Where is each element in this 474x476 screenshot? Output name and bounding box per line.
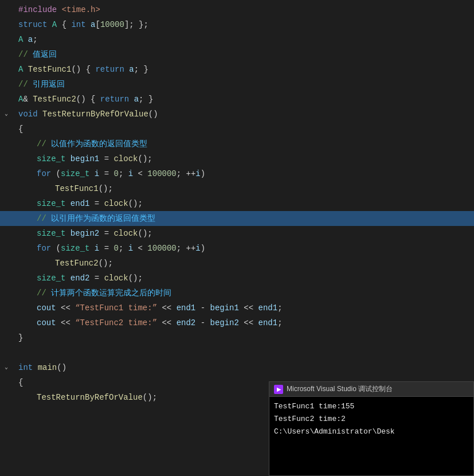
token-plain xyxy=(124,62,129,77)
code-line: // 引用返回 xyxy=(0,77,474,92)
token-var: begin1 xyxy=(70,151,99,166)
token-macro: #include xyxy=(18,2,57,17)
console-line: C:\Users\Administrator\Desk xyxy=(274,426,469,438)
line-gutter: ⌄ xyxy=(5,107,16,122)
token-plain xyxy=(65,151,70,166)
token-plain xyxy=(65,226,70,241)
token-kw: int xyxy=(71,17,85,32)
token-fn: TestReturnByRefOrValue xyxy=(42,107,148,122)
token-var: end2 xyxy=(177,315,196,330)
token-plain: = xyxy=(99,226,113,241)
token-plain: ; xyxy=(277,301,282,315)
token-num: 10000 xyxy=(100,17,124,32)
token-fn: TestReturnByRefOrValue xyxy=(37,390,143,405)
code-line: size_t begin1 = clock(); xyxy=(0,151,474,166)
token-fn: TestFunc2 xyxy=(55,256,99,271)
token-plain xyxy=(28,47,33,62)
token-var: i xyxy=(128,166,133,181)
token-var: a xyxy=(28,32,33,47)
token-kw: for xyxy=(37,241,51,256)
code-line: A TestFunc1() { return a; } xyxy=(0,62,474,77)
token-var: end1 xyxy=(258,301,278,315)
token-plain xyxy=(89,241,94,256)
code-line: { xyxy=(0,122,474,136)
token-var: begin2 xyxy=(70,226,99,241)
code-line: A& TestFunc2() { return a; } xyxy=(0,92,474,107)
token-struct-name: A xyxy=(18,62,23,77)
token-plain: (); xyxy=(138,151,152,166)
token-plain: (); xyxy=(138,226,152,241)
token-plain: & xyxy=(23,92,33,107)
token-plain: ; xyxy=(119,166,128,181)
token-var: i xyxy=(195,241,200,256)
token-plain: } xyxy=(18,330,23,345)
token-plain xyxy=(46,286,51,301)
token-plain: - xyxy=(195,301,210,315)
token-kw: struct xyxy=(18,17,47,32)
token-plain: () { xyxy=(76,92,100,107)
token-type: size_t xyxy=(37,226,65,241)
code-line: // 计算两个函数运算完成之后的时间 xyxy=(0,286,474,301)
code-line: // 以值作为函数的返回值类型 xyxy=(0,136,474,151)
code-line: ⌄void TestReturnByRefOrValue() xyxy=(0,107,474,122)
vs-icon: ▶ xyxy=(274,385,283,394)
token-num: 0 xyxy=(113,241,118,256)
token-plain: { xyxy=(57,17,71,32)
token-plain xyxy=(89,166,94,181)
token-plain: (); xyxy=(128,196,143,211)
token-plain: = xyxy=(89,271,104,286)
code-line: size_t end1 = clock(); xyxy=(0,196,474,211)
token-plain xyxy=(65,196,70,211)
token-fn: clock xyxy=(104,196,128,211)
code-line: struct A { int a[10000]; }; xyxy=(0,17,474,32)
code-line: A a; xyxy=(0,32,474,47)
token-plain xyxy=(28,77,33,92)
token-comment-cn: 值返回 xyxy=(33,47,57,62)
code-line: cout << “TestFunc2 time:” << end2 - begi… xyxy=(0,315,474,330)
code-lines: #include <time.h>struct A { int a[10000]… xyxy=(0,0,474,407)
token-plain: ) xyxy=(201,241,205,256)
token-plain: [ xyxy=(95,17,100,32)
token-struct-name: A xyxy=(18,32,23,47)
console-title: Microsoft Visual Studio 调试控制台 xyxy=(287,384,393,394)
token-plain: ) xyxy=(201,166,205,181)
token-kw: return xyxy=(95,62,124,77)
fold-arrow[interactable]: ⌄ xyxy=(5,360,8,375)
token-include-path: <time.h> xyxy=(62,2,100,17)
token-plain: () xyxy=(148,107,158,122)
token-plain: (); xyxy=(99,181,113,196)
token-type: size_t xyxy=(37,196,65,211)
code-line: TestFunc1(); xyxy=(0,181,474,196)
token-num: 100000 xyxy=(147,241,176,256)
token-var: end1 xyxy=(70,196,90,211)
token-plain xyxy=(129,92,134,107)
token-comment-cn: 以值作为函数的返回值类型 xyxy=(51,136,147,151)
line-gutter: ⌄ xyxy=(5,360,16,375)
token-plain xyxy=(46,211,51,226)
token-plain xyxy=(47,17,52,32)
token-kw: void xyxy=(18,107,38,122)
token-var: i xyxy=(195,166,200,181)
token-type: size_t xyxy=(61,241,89,256)
console-body: TestFunc1 time:155TestFunc2 time:2C:\Use… xyxy=(269,397,473,442)
token-var: a xyxy=(91,17,95,32)
token-fn: clock xyxy=(104,271,128,286)
code-line: // 以引用作为函数的返回值类型 xyxy=(0,211,474,226)
token-plain: { xyxy=(18,375,23,390)
token-comment-cn: 以引用作为函数的返回值类型 xyxy=(51,211,155,226)
token-plain: = xyxy=(89,196,104,211)
token-plain xyxy=(46,136,51,151)
token-struct-name: A xyxy=(18,92,23,107)
token-var: end2 xyxy=(70,271,90,286)
code-line: for (size_t i = 0; i < 100000; ++i) xyxy=(0,241,474,256)
token-plain xyxy=(57,2,61,17)
token-plain: ; xyxy=(33,32,37,47)
token-num: 0 xyxy=(113,166,118,181)
code-line: TestFunc2(); xyxy=(0,256,474,271)
token-plain: ; ++ xyxy=(177,166,196,181)
token-plain: << xyxy=(157,315,177,330)
token-plain: << xyxy=(239,301,258,315)
code-line: size_t begin2 = clock(); xyxy=(0,226,474,241)
fold-arrow[interactable]: ⌄ xyxy=(5,107,8,122)
token-plain: ; xyxy=(277,315,282,330)
